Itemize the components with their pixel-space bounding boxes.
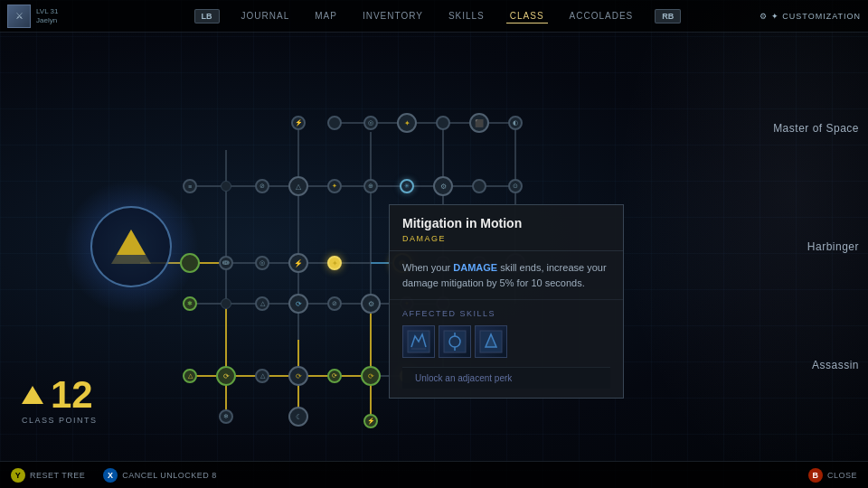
node-r2-4[interactable]: △	[288, 176, 308, 196]
points-triangle-icon	[22, 386, 43, 404]
node-r3-5[interactable]: ⊘	[327, 296, 342, 311]
customization-button[interactable]: ⚙ ✦ CUSTOMIZATION	[760, 12, 861, 21]
tooltip-header: Mitigation in Motion DAMAGE	[390, 205, 623, 251]
reset-tree-label: RESET TREE	[30, 471, 85, 480]
skill-tooltip: Mitigation in Motion DAMAGE When your DA…	[389, 204, 624, 399]
main-content: ↈ ◎ ⚡ ✦ ⬤ ⏸ ◐ ≡ ⊘ △ ✦ ⊕ ✳ ⚙ ⊙ ⚡	[0, 33, 868, 461]
avatar: ⚔	[7, 5, 31, 28]
node-top-1[interactable]: ⚡	[291, 116, 306, 130]
node-r2-7[interactable]: ✳	[400, 179, 414, 193]
node-top-2[interactable]	[327, 116, 342, 130]
node-r2-9[interactable]	[472, 179, 486, 193]
node-r4-5[interactable]: ⟳	[327, 369, 342, 383]
class-label-master: Master of Space	[773, 122, 859, 135]
node-r4-2[interactable]: ⟳	[216, 366, 236, 386]
node-b-2[interactable]: ☾	[288, 407, 308, 427]
right-labels: Master of Space Harbinger Assassin	[773, 33, 859, 461]
node-4[interactable]: ⚡	[288, 253, 308, 273]
node-b-1[interactable]: ❄	[219, 409, 233, 424]
points-number: 12	[22, 376, 98, 414]
close-label: CLOSE	[827, 471, 857, 480]
node-r2-5[interactable]: ✦	[327, 179, 342, 193]
node-r3-3[interactable]: △	[255, 296, 269, 311]
nav-journal[interactable]: JOURNAL	[238, 9, 294, 23]
tooltip-affected-section: AFFECTED SKILLS	[390, 300, 623, 398]
player-info: ⚔ LVL 31 Jaelyn	[7, 5, 116, 28]
nav-accolades[interactable]: ACCOLADES	[566, 9, 637, 23]
node-top-6[interactable]: ⬛	[469, 113, 489, 133]
nav-class[interactable]: CLASS	[506, 9, 548, 23]
nav-inventory[interactable]: INVENTORY	[359, 9, 427, 23]
node-r4-1[interactable]: △	[183, 369, 197, 383]
node-top-3[interactable]: ◎	[363, 116, 378, 130]
node-top-5[interactable]	[436, 116, 450, 130]
bottom-actions: Y RESET TREE X CANCEL UNLOCKED 8	[11, 468, 217, 483]
class-label-harbinger: Harbinger	[807, 240, 859, 253]
nav-map[interactable]: MAP	[311, 9, 341, 23]
node-1[interactable]	[180, 253, 200, 273]
affected-skill-2[interactable]	[439, 325, 471, 358]
tooltip-body: When your DAMAGE skill ends, increase yo…	[390, 251, 623, 300]
customization-icon: ⚙	[760, 12, 768, 21]
node-r3-4[interactable]: ⟳	[288, 294, 308, 314]
close-action[interactable]: B CLOSE	[808, 468, 857, 483]
x-button-icon: X	[103, 468, 118, 483]
y-button-icon: Y	[11, 468, 25, 483]
node-r2-8[interactable]: ⚙	[433, 176, 453, 196]
player-level: LVL 31 Jaelyn	[36, 7, 58, 24]
class-points-display: 12 CLASS POINTS	[22, 376, 98, 425]
node-r2-10[interactable]: ⊙	[508, 179, 523, 193]
node-r2-6[interactable]: ⊕	[363, 179, 378, 193]
node-2[interactable]: ↈ	[219, 256, 233, 270]
central-emblem[interactable]	[90, 206, 172, 287]
node-5-active[interactable]: ✦	[327, 256, 342, 270]
node-top-7[interactable]: ◐	[508, 116, 523, 130]
node-r4-3[interactable]: △	[255, 369, 269, 383]
node-r3-1[interactable]: ✱	[183, 296, 197, 311]
emblem-circle	[90, 206, 172, 287]
node-top-4[interactable]: ✦	[397, 113, 417, 133]
class-label-assassin: Assassin	[812, 359, 859, 371]
rb-button[interactable]: RB	[655, 9, 681, 23]
node-r3-6[interactable]: ⚙	[361, 294, 381, 314]
points-label: CLASS POINTS	[22, 416, 98, 425]
tooltip-unlock-hint: Unlock an adjacent perk	[402, 367, 610, 389]
tooltip-title: Mitigation in Motion	[402, 216, 610, 230]
affected-skill-1[interactable]	[402, 325, 435, 358]
tooltip-highlight: DAMAGE	[453, 262, 497, 273]
cancel-unlocked-action[interactable]: X CANCEL UNLOCKED 8	[103, 468, 217, 483]
node-b-3[interactable]: ⚡	[363, 414, 378, 428]
node-r2-2[interactable]	[221, 181, 231, 192]
node-r2-3[interactable]: ⊘	[255, 179, 269, 193]
b-button-icon: B	[808, 468, 823, 483]
emblem-triangle	[108, 224, 154, 269]
nav-center: LB JOURNAL MAP INVENTORY SKILLS CLASS AC…	[116, 9, 760, 23]
node-r2-1[interactable]: ≡	[183, 179, 197, 193]
affected-skill-3[interactable]	[475, 325, 507, 358]
affected-skills-list	[402, 325, 610, 358]
node-r3-2[interactable]	[221, 298, 231, 309]
node-3[interactable]: ◎	[255, 256, 269, 270]
nav-skills[interactable]: SKILLS	[445, 9, 488, 23]
top-nav: ⚔ LVL 31 Jaelyn LB JOURNAL MAP INVENTORY…	[0, 0, 868, 33]
cancel-unlocked-label: CANCEL UNLOCKED 8	[122, 471, 217, 480]
node-r4-4[interactable]: ⟳	[288, 366, 308, 386]
reset-tree-action[interactable]: Y RESET TREE	[11, 468, 85, 483]
node-r4-6[interactable]: ⟳	[361, 366, 381, 386]
affected-label: AFFECTED SKILLS	[402, 309, 610, 318]
lb-button[interactable]: LB	[194, 9, 220, 23]
tooltip-category: DAMAGE	[402, 234, 610, 243]
bottom-bar: Y RESET TREE X CANCEL UNLOCKED 8 B CLOSE	[0, 461, 868, 488]
